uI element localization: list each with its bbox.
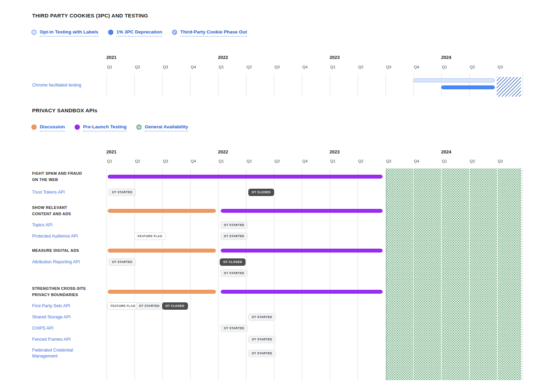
quarter-label: Q3 [386,65,391,69]
deprecation-swatch-icon [108,30,113,35]
badge-ot-started: OT STARTED [136,302,163,310]
section-title-third-party-cookies: THIRD PARTY COOKIES (3PC) AND TESTING [32,13,148,18]
badge-ot-started: OT STARTED [220,221,248,229]
quarter-label: Q3 [498,65,503,69]
quarter-label: Q1 [107,65,112,69]
legend-item-deprecation[interactable]: 1% 3PC Deprecation [108,29,162,37]
gridline [522,74,523,97]
year-label: 2021 [106,55,116,60]
gridline [330,168,330,380]
bar-discussion [108,290,216,294]
gridline [218,168,219,380]
quarter-label: Q1 [219,65,224,69]
row-label[interactable]: CHIPS API [32,325,53,331]
gridline [190,74,191,97]
quarter-label: Q3 [163,65,168,69]
row-label[interactable]: Federated Credential Management [32,347,73,359]
phase-out-region [497,77,521,97]
year-label: 2024 [441,55,451,60]
gridline [469,168,470,380]
bar-optin [413,78,495,82]
legend-item-prelaunch[interactable]: Pre-Launch Testing [75,124,127,131]
gridline [162,168,163,380]
quarter-label: Q2 [135,65,140,69]
legend-label: 1% 3PC Deprecation [116,29,162,37]
quarter-label: Q1 [442,65,447,69]
row-label[interactable]: Trust Tokens API [32,189,65,195]
gridline [274,74,274,97]
legend-third-party-cookies: Opt-in Testing with Labels1% 3PC Depreca… [31,29,247,37]
row-label[interactable]: Attribution Reporting API [32,259,80,265]
bar-discussion [108,249,216,252]
legend-label: Pre-Launch Testing [83,124,127,131]
badge-ot-closed: OT CLOSED [220,258,246,266]
year-label: 2021 [106,149,116,154]
gridline [106,74,107,97]
bar-prelaunch [221,290,383,294]
badge-ot-started: OT STARTED [220,270,248,277]
badge-feature-flag: FEATURE FLAG [134,233,166,240]
gridline [385,74,386,97]
legend-item-phaseout[interactable]: Third-Party Cookie Phase Out [172,29,247,37]
row-label[interactable]: Shared Storage API [32,314,71,320]
quarter-label: Q2 [358,159,363,163]
chart-third-party-cookies: 2021Q1Q2Q3Q42022Q1Q2Q3Q42023Q1Q2Q3Q42024… [32,52,555,104]
privacy-sandbox-timeline-page: THIRD PARTY COOKIES (3PC) AND TESTING Op… [0,0,558,392]
gridline [441,168,442,380]
row-label[interactable]: Topics API [32,222,52,228]
gridline [134,168,135,380]
gridline [274,168,274,380]
quarter-label: Q1 [219,159,224,163]
chart-privacy-sandbox-apis: 2021Q1Q2Q3Q42022Q1Q2Q3Q42023Q1Q2Q3Q42024… [32,146,555,387]
badge-ot-started: OT STARTED [248,350,276,357]
gridline [441,74,442,97]
quarter-label: Q1 [330,65,335,69]
quarter-label: Q3 [386,159,391,163]
bar-deprecation [441,85,495,89]
year-label: 2023 [330,55,340,60]
gridline [302,168,302,380]
bar-prelaunch [221,249,383,252]
legend-item-ga[interactable]: General Availability [136,124,188,131]
quarter-label: Q2 [470,65,475,69]
gridline [522,168,523,380]
badge-ot-started: OT STARTED [248,336,276,343]
plot-area [106,74,523,97]
quarter-label: Q2 [247,65,252,69]
row-label: FIGHT SPAM AND FRAUD ON THE WEB [32,171,82,183]
row-label[interactable]: Fenced Frames API [32,337,70,342]
row-label[interactable]: First-Party Sets API [32,303,70,309]
quarter-label: Q4 [191,159,196,163]
row-label[interactable]: Chrome facilitated testing [32,82,81,88]
legend-label: General Availability [145,124,188,131]
quarter-label: Q1 [107,159,112,163]
gridline [302,74,302,97]
gridline [497,168,498,380]
ga-swatch-icon [136,125,142,130]
discussion-swatch-icon [31,125,37,130]
gridline [246,74,247,97]
section-title-privacy-sandbox-apis: PRIVACY SANDBOX APIs [32,107,97,113]
year-label: 2024 [441,149,451,154]
bar-discussion [108,209,216,213]
legend-label: Third-Party Cookie Phase Out [180,29,247,37]
gridline [106,168,107,380]
year-label: 2022 [218,55,228,60]
legend-item-optin[interactable]: Opt-in Testing with Labels [31,29,98,37]
legend-item-discussion[interactable]: Discussion [31,124,65,131]
quarter-label: Q4 [191,65,196,69]
quarter-label: Q4 [302,159,308,163]
row-label[interactable]: Protected Audience API [32,233,78,239]
gridline [218,74,219,97]
row-label: SHOW RELEVANT CONTENT AND ADS [32,205,71,217]
row-label: MEASURE DIGITAL ADS [32,248,79,254]
quarter-label: Q4 [414,159,419,163]
gridline [162,74,163,97]
plot-area: OT STARTEDOT CLOSEDOT STARTEDFEATURE FLA… [106,168,523,380]
badge-ot-closed: OT CLOSED [162,302,188,310]
quarter-label: Q4 [302,65,308,69]
gridline [413,168,414,380]
year-label: 2022 [218,149,228,154]
gridline [357,168,358,380]
legend-label: Opt-in Testing with Labels [40,29,98,37]
